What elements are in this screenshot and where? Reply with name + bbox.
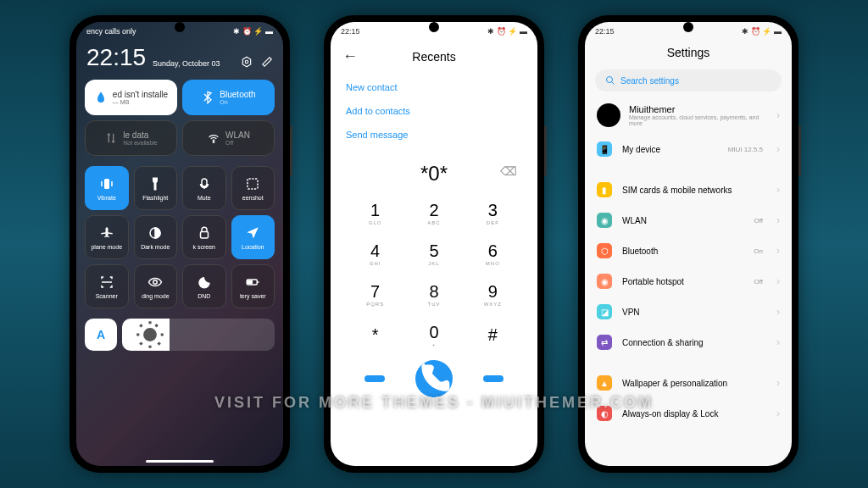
- clock-date: Sunday, October 03: [153, 59, 234, 68]
- search-settings[interactable]: Search settings: [595, 69, 782, 92]
- tile-flashlight[interactable]: Flashlight: [134, 166, 178, 210]
- send-message-option[interactable]: Send message: [346, 123, 522, 147]
- setting-icon: ⬡: [597, 243, 612, 258]
- lock-icon: [197, 225, 212, 241]
- svg-rect-4: [248, 179, 258, 189]
- edit-icon[interactable]: [261, 56, 273, 68]
- page-title: Recents: [342, 50, 526, 64]
- account-row[interactable]: Miuithemer Manage accounts, cloud servic…: [585, 97, 792, 134]
- setting-icon: 📱: [597, 141, 612, 157]
- setting-icon: ◉: [597, 274, 612, 289]
- chevron-right-icon: ›: [776, 245, 780, 257]
- search-icon: [605, 75, 615, 86]
- setting-vpn[interactable]: ◪VPN›: [585, 297, 792, 327]
- backspace-icon[interactable]: ⌫: [500, 164, 517, 178]
- svg-rect-9: [248, 280, 253, 283]
- svg-point-10: [143, 328, 157, 341]
- settings-icon[interactable]: [241, 56, 253, 68]
- setting-sim-cards-mobile-networks[interactable]: ▮SIM cards & mobile networks›: [585, 175, 792, 205]
- tile-airplane[interactable]: plane mode: [85, 215, 129, 259]
- tile-wlan[interactable]: WLANOff: [182, 120, 275, 156]
- watermark-text: VISIT FOR MORE THEMES - MIUITHEMER.COM: [214, 394, 654, 412]
- tile-battery[interactable]: tery saver: [231, 264, 275, 308]
- mute-icon: [197, 176, 212, 191]
- chevron-right-icon: ›: [776, 377, 780, 389]
- reading-icon: [147, 274, 163, 290]
- key-#[interactable]: #: [464, 314, 522, 355]
- auto-brightness-button[interactable]: A: [85, 319, 117, 351]
- setting-bluetooth[interactable]: ⬡BluetoothOn›: [585, 236, 792, 266]
- clock-time: 22:15: [86, 44, 146, 71]
- vibrate-icon: [99, 176, 114, 191]
- chevron-right-icon: ›: [776, 184, 780, 196]
- data-icon: [104, 131, 118, 145]
- chevron-right-icon: ›: [776, 408, 780, 419]
- wifi-icon: [207, 131, 220, 145]
- quick-settings-grid: VibrateFlashlightMuteeenshotplane modeDa…: [76, 161, 283, 313]
- flashlight-icon: [147, 176, 163, 191]
- svg-rect-6: [200, 231, 208, 238]
- key-0[interactable]: 0+: [404, 314, 463, 355]
- setting-icon: ▲: [597, 375, 612, 391]
- svg-marker-0: [242, 57, 250, 67]
- drop-icon: [94, 91, 108, 104]
- chevron-right-icon: ›: [776, 306, 780, 318]
- tile-dnd[interactable]: DND: [182, 264, 226, 308]
- sim2-button[interactable]: [483, 375, 504, 382]
- keypad: 1GLO2ABC3DEF4GHI5JKL6MNO7PQRS8TUV9WXYZ*0…: [331, 192, 537, 355]
- chevron-right-icon: ›: [776, 214, 780, 226]
- bluetooth-icon: [201, 91, 214, 104]
- tile-reading[interactable]: ding mode: [134, 264, 178, 308]
- dial-display: *0* ⌫: [331, 150, 537, 192]
- avatar: [597, 103, 620, 127]
- key-1[interactable]: 1GLO: [346, 192, 404, 233]
- battery-icon: [245, 274, 260, 290]
- setting-portable-hotspot[interactable]: ◉Portable hotspotOff›: [585, 266, 792, 297]
- tile-data[interactable]: le dataNot available: [85, 120, 177, 156]
- screenshot-icon: [245, 176, 260, 191]
- key-8[interactable]: 8TUV: [404, 274, 463, 314]
- key-5[interactable]: 5JKL: [404, 233, 463, 274]
- setting-icon: ⇄: [597, 335, 612, 350]
- tile-screenshot[interactable]: eenshot: [231, 166, 275, 210]
- tile-dark[interactable]: Dark mode: [134, 215, 178, 259]
- scanner-icon: [99, 274, 114, 290]
- tile-mute[interactable]: Mute: [182, 166, 226, 210]
- setting-my-device[interactable]: 📱My deviceMIUI 12.5.5›: [585, 134, 792, 164]
- location-icon: [245, 225, 260, 241]
- tile-scanner[interactable]: Scanner: [85, 264, 129, 308]
- key-9[interactable]: 9WXYZ: [464, 274, 522, 314]
- key-*[interactable]: *: [346, 314, 404, 355]
- airplane-icon: [99, 225, 114, 241]
- key-4[interactable]: 4GHI: [346, 233, 404, 274]
- call-button[interactable]: [415, 360, 453, 397]
- setting-icon: ◉: [597, 213, 612, 228]
- tile-lock[interactable]: k screen: [182, 215, 226, 259]
- dnd-icon: [197, 274, 212, 290]
- svg-rect-3: [104, 179, 109, 189]
- svg-point-7: [153, 280, 158, 284]
- tile-bluetooth[interactable]: BluetoothOn: [182, 80, 275, 115]
- setting-icon: ◪: [597, 304, 612, 319]
- setting-wlan[interactable]: ◉WLANOff›: [585, 205, 792, 236]
- key-2[interactable]: 2ABC: [404, 192, 463, 233]
- brightness-slider[interactable]: [122, 319, 275, 351]
- setting-connection-sharing[interactable]: ⇄Connection & sharing›: [585, 327, 792, 358]
- svg-point-11: [607, 77, 613, 83]
- tile-location[interactable]: Location: [231, 215, 275, 259]
- key-6[interactable]: 6MNO: [464, 233, 522, 274]
- add-to-contacts-option[interactable]: Add to contacts: [346, 99, 522, 123]
- key-7[interactable]: 7PQRS: [346, 274, 404, 314]
- svg-point-2: [213, 141, 214, 142]
- chevron-right-icon: ›: [776, 336, 780, 348]
- dark-icon: [147, 225, 163, 241]
- tile-cleaner[interactable]: ed isn't installe— MB: [85, 80, 177, 115]
- home-indicator[interactable]: [146, 460, 214, 463]
- chevron-right-icon: ›: [776, 143, 780, 155]
- tile-vibrate[interactable]: Vibrate: [85, 166, 129, 210]
- chevron-right-icon: ›: [776, 275, 780, 287]
- key-3[interactable]: 3DEF: [464, 192, 522, 233]
- sim1-button[interactable]: [364, 375, 385, 382]
- svg-point-1: [245, 60, 248, 64]
- new-contact-option[interactable]: New contact: [346, 75, 522, 99]
